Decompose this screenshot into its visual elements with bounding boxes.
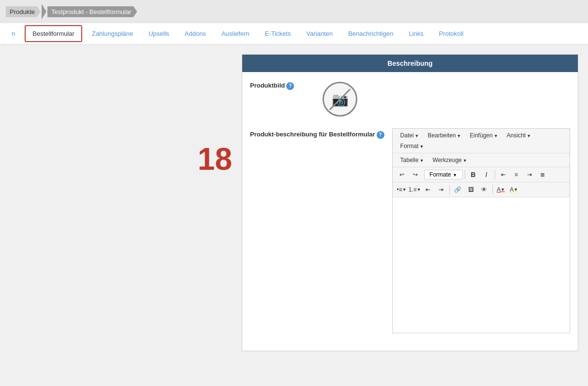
toolbar-divider-4: [492, 185, 493, 194]
toolbar-row2: •≡▼ 1.≡▼ ⇤ ⇥ 🔗 🖼 👁 A▼ A▼: [393, 182, 570, 197]
menu-tabelle[interactable]: Tabelle▼: [397, 155, 428, 165]
breadcrumb-testprodukt[interactable]: Testprodukt - Bestellformular: [47, 6, 137, 17]
toolbar-row1: ↩ ↪ Formate ▼ B I ⇤ ≡ ⇥: [393, 167, 570, 182]
unordered-list-button[interactable]: •≡▼: [396, 184, 408, 195]
editor-menubar: Datei▼ Bearbeiten▼ Einfügen▼ Ansicht▼ Fo…: [393, 129, 570, 153]
preview-button[interactable]: 👁: [478, 184, 490, 195]
tab-protokoll[interactable]: Protokoll: [431, 25, 471, 42]
step-number: 18: [198, 141, 232, 177]
image-button[interactable]: 🖼: [465, 184, 477, 195]
redo-button[interactable]: ↪: [409, 169, 422, 180]
breadcrumb-produkte[interactable]: Produkte: [6, 6, 41, 17]
tab-zahlungsplaene[interactable]: Zahlungspläne: [84, 25, 141, 42]
tab-n[interactable]: n: [4, 25, 23, 42]
toolbar-divider-1: [465, 170, 465, 179]
editor-menubar-row2: Tabelle▼ Werkzeuge▼: [393, 153, 570, 167]
tab-navigation: n Bestellformular Zahlungspläne Upsells …: [0, 23, 588, 45]
align-right-button[interactable]: ⇥: [523, 169, 536, 180]
produktbild-row: Produktbild? 📷: [250, 80, 570, 119]
editor-body[interactable]: [393, 197, 570, 333]
menu-format[interactable]: Format▼: [397, 141, 428, 151]
undo-button[interactable]: ↩: [396, 169, 408, 180]
right-panel: Beschreibung Produktbild? 📷: [242, 54, 578, 351]
ordered-list-button[interactable]: 1.≡▼: [409, 184, 421, 195]
description-header: Beschreibung: [242, 55, 578, 72]
breadcrumb: Produkte Testprodukt - Bestellformular: [0, 0, 588, 23]
toolbar-divider-2: [495, 170, 495, 179]
produktbeschreibung-row: Produkt-beschreibung für Bestellformular…: [250, 128, 570, 333]
tab-links[interactable]: Links: [401, 25, 431, 42]
produktbild-label: Produktbild?: [250, 80, 313, 90]
menu-ansicht[interactable]: Ansicht▼: [503, 131, 535, 140]
undo-redo-group: ↩ ↪: [396, 169, 422, 180]
produktbild-help-icon[interactable]: ?: [286, 82, 294, 90]
tab-benachrichtigen[interactable]: Benachrichtigen: [340, 25, 401, 42]
tab-varianten[interactable]: Varianten: [298, 25, 340, 42]
product-image-placeholder[interactable]: 📷: [321, 80, 359, 119]
main-content: 18 Beschreibung Produktbild? 📷: [0, 45, 588, 361]
align-justify-button[interactable]: ≣: [536, 169, 549, 180]
bold-button[interactable]: B: [467, 169, 480, 180]
editor-container: Datei▼ Bearbeiten▼ Einfügen▼ Ansicht▼ Fo…: [392, 128, 570, 333]
camera-icon: 📷: [323, 82, 357, 117]
align-left-button[interactable]: ⇤: [497, 169, 510, 180]
tab-bestellformular[interactable]: Bestellformular: [25, 25, 82, 42]
indent-button[interactable]: ⇥: [435, 184, 447, 195]
formats-dropdown[interactable]: Formate ▼: [424, 170, 463, 179]
align-center-button[interactable]: ≡: [510, 169, 523, 180]
tab-etickets[interactable]: E-Tickets: [257, 25, 299, 42]
tab-addons[interactable]: Addons: [177, 25, 214, 42]
font-color-button[interactable]: A▼: [495, 184, 507, 195]
menu-einfuegen[interactable]: Einfügen▼: [466, 131, 502, 140]
outdent-button[interactable]: ⇤: [422, 184, 434, 195]
left-panel: 18: [10, 54, 232, 351]
bg-color-button[interactable]: A▼: [508, 184, 520, 195]
menu-bearbeiten[interactable]: Bearbeiten▼: [424, 131, 465, 140]
italic-button[interactable]: I: [480, 169, 493, 180]
tab-upsells[interactable]: Upsells: [141, 25, 177, 42]
menu-datei[interactable]: Datei▼: [397, 131, 423, 140]
description-body: Produktbild? 📷 Produkt-beschreibung für …: [242, 72, 578, 351]
tab-ausliefern[interactable]: Ausliefern: [214, 25, 257, 42]
menu-werkzeuge[interactable]: Werkzeuge▼: [429, 155, 471, 165]
link-button[interactable]: 🔗: [452, 184, 464, 195]
produktbeschreibung-help-icon[interactable]: ?: [377, 131, 384, 139]
description-panel: Beschreibung Produktbild? 📷: [242, 54, 578, 351]
toolbar-divider-3: [449, 185, 450, 194]
produktbeschreibung-label: Produkt-beschreibung für Bestellformular…: [250, 128, 384, 139]
